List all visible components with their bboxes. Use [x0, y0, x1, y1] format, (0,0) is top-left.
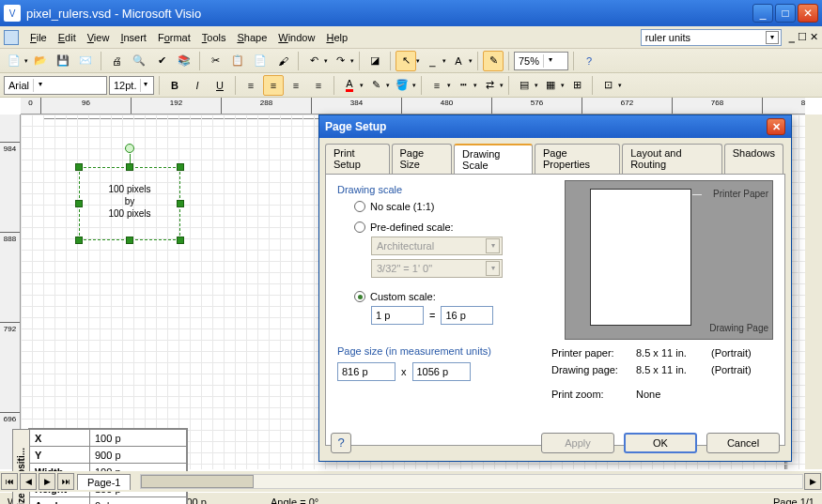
menu-file[interactable]: File	[24, 30, 53, 45]
connect-shapes-icon[interactable]: ⊞	[566, 75, 587, 96]
menu-window[interactable]: Window	[272, 30, 320, 45]
line-weight-icon[interactable]: ≡	[427, 75, 447, 96]
first-page-button[interactable]: ⏮	[1, 473, 18, 490]
page-tab[interactable]: Page-1	[77, 474, 131, 490]
resize-handle-bl[interactable]	[75, 237, 83, 244]
visio-app-icon: V	[4, 5, 21, 22]
format-painter-icon[interactable]: 🖌	[272, 51, 293, 71]
dialog-tabs: Print Setup Page Size Drawing Scale Page…	[319, 138, 791, 174]
line-pattern-icon[interactable]: ┅	[453, 75, 473, 96]
radio-icon	[354, 291, 365, 302]
menu-insert[interactable]: Insert	[115, 30, 152, 45]
menu-format[interactable]: Format	[152, 30, 196, 45]
menu-tools[interactable]: Tools	[196, 30, 232, 45]
group-icon[interactable]: ⊡	[597, 75, 618, 96]
sp-row-x[interactable]: X100 p	[30, 430, 187, 447]
align-shapes-icon[interactable]: ▤	[514, 75, 535, 96]
resize-handle-tm[interactable]	[126, 163, 133, 171]
dialog-close-button[interactable]: ✕	[767, 118, 785, 135]
line-ends-icon[interactable]: ⇄	[479, 75, 500, 96]
menu-shape[interactable]: Shape	[231, 30, 272, 45]
font-color-icon[interactable]: A	[339, 75, 360, 96]
tab-print-setup[interactable]: Print Setup	[325, 144, 390, 174]
next-page-button[interactable]: ▶	[39, 473, 55, 490]
resize-handle-ml[interactable]	[75, 200, 83, 207]
redo-icon[interactable]: ↷	[330, 51, 350, 71]
horizontal-scrollbar[interactable]	[140, 474, 803, 489]
page-width-input[interactable]	[337, 362, 395, 381]
selected-shape[interactable]: 100 pixels by 100 pixels	[79, 167, 180, 240]
dialog-help-button[interactable]: ?	[331, 433, 351, 453]
vertical-scrollbar[interactable]	[805, 115, 822, 469]
menu-help[interactable]: Help	[320, 30, 353, 45]
italic-icon[interactable]: I	[187, 75, 208, 96]
ink-tool-icon[interactable]: ✎	[483, 51, 504, 71]
maximize-button[interactable]: □	[775, 4, 796, 23]
print-zoom-label: Print zoom:	[551, 389, 636, 400]
close-button[interactable]: ✕	[798, 4, 818, 23]
sp-row-y[interactable]: Y900 p	[30, 447, 187, 464]
tab-layout-routing[interactable]: Layout and Routing	[622, 144, 722, 174]
radio-icon	[354, 221, 365, 233]
cancel-button[interactable]: Cancel	[706, 433, 780, 453]
print-preview-icon[interactable]: 🔍	[129, 51, 149, 71]
spelling-icon[interactable]: ✔	[151, 51, 172, 71]
tab-page-properties[interactable]: Page Properties	[535, 144, 620, 174]
print-icon[interactable]: 🖨	[106, 51, 127, 71]
font-combo[interactable]: Arial▾	[4, 76, 107, 95]
open-icon[interactable]: 📂	[30, 51, 51, 71]
menu-view[interactable]: View	[82, 30, 116, 45]
align-right-icon[interactable]: ≡	[286, 75, 306, 96]
fill-color-icon[interactable]: 🪣	[392, 75, 412, 96]
last-page-button[interactable]: ⏭	[57, 473, 74, 490]
shapes-window-icon[interactable]: ◪	[364, 51, 385, 71]
sp-row-angle[interactable]: Angle0 deg.	[30, 497, 187, 505]
align-justify-icon[interactable]: ≡	[308, 75, 329, 96]
tab-drawing-scale[interactable]: Drawing Scale	[454, 144, 533, 174]
tab-page-size[interactable]: Page Size	[392, 144, 453, 174]
ok-button[interactable]: OK	[624, 433, 697, 453]
research-icon[interactable]: 📚	[174, 51, 194, 71]
paste-icon[interactable]: 📄	[250, 51, 271, 71]
zoom-combo[interactable]: 75%▾	[514, 52, 568, 70]
menu-edit[interactable]: Edit	[53, 30, 82, 45]
drawing-page-orient: (Portrait)	[711, 364, 768, 375]
help-search-box[interactable]: ruler units ▾	[641, 29, 782, 46]
dialog-titlebar[interactable]: Page Setup ✕	[319, 115, 791, 138]
resize-handle-tr[interactable]	[177, 163, 184, 171]
underline-icon[interactable]: U	[209, 75, 230, 96]
resize-handle-mr[interactable]	[177, 200, 184, 207]
prev-page-button[interactable]: ◀	[20, 473, 37, 490]
document-icon[interactable]	[4, 30, 19, 45]
resize-handle-bm[interactable]	[126, 237, 133, 244]
custom-scale-right-input[interactable]	[441, 306, 493, 325]
align-center-icon[interactable]: ≡	[263, 75, 284, 96]
copy-icon[interactable]: 📋	[227, 51, 248, 71]
new-icon[interactable]: 📄	[4, 51, 24, 71]
page-height-input[interactable]	[412, 362, 471, 381]
help-search-dropdown[interactable]: ▾	[766, 31, 779, 44]
rotation-handle[interactable]	[125, 144, 134, 153]
connector-tool-icon[interactable]: ⎯	[422, 51, 442, 71]
cut-icon[interactable]: ✂	[205, 51, 225, 71]
bold-icon[interactable]: B	[164, 75, 185, 96]
line-color-icon[interactable]: ✎	[365, 75, 386, 96]
save-icon[interactable]: 💾	[53, 51, 73, 71]
text-tool-icon[interactable]: A	[448, 51, 469, 71]
mail-icon[interactable]: ✉️	[75, 51, 96, 71]
align-left-icon[interactable]: ≡	[240, 75, 261, 96]
size-position-title[interactable]: Size & Positi...	[12, 429, 29, 504]
scroll-right-button[interactable]: ▶	[804, 473, 821, 490]
help-icon[interactable]: ?	[579, 51, 599, 71]
font-size-combo[interactable]: 12pt.▾	[109, 76, 154, 95]
distribute-shapes-icon[interactable]: ▦	[540, 75, 561, 96]
resize-handle-tl[interactable]	[75, 163, 83, 171]
status-page: Page 1/1	[758, 496, 814, 505]
minimize-button[interactable]: _	[752, 4, 773, 23]
tab-shadows[interactable]: Shadows	[724, 144, 783, 174]
undo-icon[interactable]: ↶	[303, 51, 324, 71]
custom-scale-left-input[interactable]	[371, 306, 424, 325]
shape-text: 100 pixels by 100 pixels	[80, 168, 179, 220]
pointer-tool-icon[interactable]: ↖	[395, 51, 416, 71]
resize-handle-br[interactable]	[177, 237, 184, 244]
